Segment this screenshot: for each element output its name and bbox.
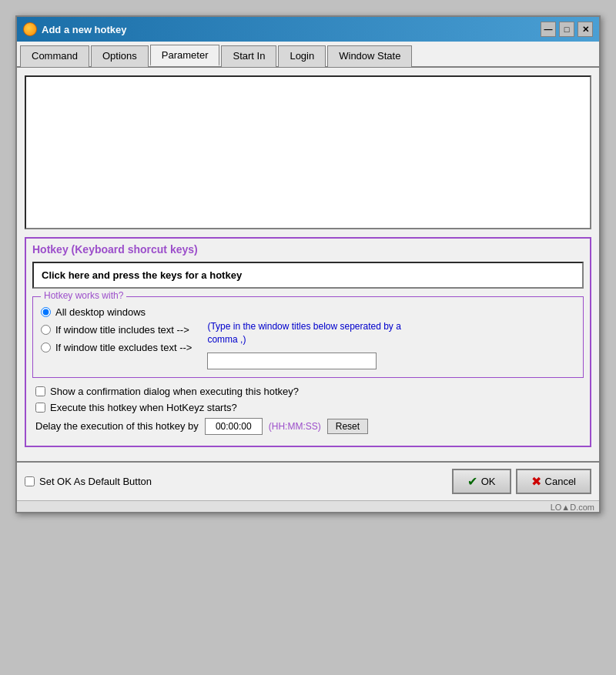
minimize-button[interactable]: — <box>541 22 556 37</box>
radio-excludes-text-input[interactable] <box>41 343 51 353</box>
execute-on-start-label: Execute this hotkey when HotKeyz starts? <box>50 402 237 413</box>
hotkey-section-title: Hotkey (Keyboard shorcut keys) <box>32 243 584 256</box>
radio-excludes-text: If window title excludes text --> <box>41 342 192 353</box>
title-controls: — □ ✕ <box>541 22 593 37</box>
hotkey-works-with-group: Hotkey works with? All desktop windows I… <box>32 296 584 378</box>
delay-input[interactable] <box>205 418 263 435</box>
add-hotkey-window: Add a new hotkey — □ ✕ Command Options P… <box>15 15 601 513</box>
radio-all-desktop: All desktop windows <box>41 306 192 318</box>
radio-includes-text-label: If window title includes text --> <box>55 324 189 336</box>
title-bar: Add a new hotkey — □ ✕ <box>17 17 599 42</box>
delay-label: Delay the execution of this hotkey by <box>35 420 199 432</box>
default-check-label: Set OK As Default Button <box>39 476 152 487</box>
tab-windowstate[interactable]: Window State <box>327 45 412 67</box>
reset-button[interactable]: Reset <box>327 419 368 434</box>
radio-all-desktop-input[interactable] <box>41 307 51 317</box>
delay-row: Delay the execution of this hotkey by (H… <box>32 418 584 435</box>
window-title: Add a new hotkey <box>42 24 127 35</box>
radio-all-desktop-label: All desktop windows <box>55 306 146 318</box>
cancel-label: Cancel <box>545 476 576 487</box>
close-button[interactable]: ✕ <box>578 22 593 37</box>
tab-parameter[interactable]: Parameter <box>150 45 220 66</box>
cancel-button[interactable]: ✖ Cancel <box>516 469 591 494</box>
tab-content: Hotkey (Keyboard shorcut keys) Click her… <box>17 68 599 461</box>
hotkey-section: Hotkey (Keyboard shorcut keys) Click her… <box>25 237 591 447</box>
title-bar-left: Add a new hotkey <box>23 22 127 36</box>
radio-includes-text: If window title includes text --> <box>41 324 192 336</box>
delay-hint: (HH:MM:SS) <box>269 421 321 432</box>
confirmation-checkbox-row: Show a confirmation dialog when executin… <box>32 386 584 397</box>
app-icon <box>23 22 37 36</box>
right-side: (Type in the window titles below seperat… <box>207 320 407 369</box>
hotkey-clickbox[interactable]: Click here and press the keys for a hotk… <box>32 262 584 289</box>
execute-on-start-checkbox-row: Execute this hotkey when HotKeyz starts? <box>32 402 584 413</box>
group-inner: All desktop windows If window title incl… <box>41 306 575 369</box>
confirmation-label: Show a confirmation dialog when executin… <box>50 386 299 397</box>
confirmation-checkbox[interactable] <box>35 386 45 396</box>
watermark: LO▲D.com <box>17 500 599 512</box>
tab-command[interactable]: Command <box>20 45 89 67</box>
tab-bar: Command Options Parameter Start In Login… <box>17 42 599 68</box>
tab-startin[interactable]: Start In <box>221 45 276 67</box>
tab-login[interactable]: Login <box>278 45 326 67</box>
radio-excludes-text-label: If window title excludes text --> <box>55 342 192 353</box>
parameter-textarea[interactable] <box>26 77 590 228</box>
execute-on-start-checkbox[interactable] <box>35 403 45 413</box>
ok-label: OK <box>481 476 496 487</box>
radio-group: All desktop windows If window title incl… <box>41 306 192 353</box>
group-legend: Hotkey works with? <box>41 290 126 301</box>
tab-options[interactable]: Options <box>91 45 149 67</box>
x-icon: ✖ <box>531 474 541 489</box>
parameter-textarea-wrap <box>25 75 591 229</box>
ok-button[interactable]: ✔ OK <box>452 469 511 494</box>
default-check-checkbox[interactable] <box>25 476 35 486</box>
default-check-row: Set OK As Default Button <box>25 476 152 487</box>
bottom-bar: Set OK As Default Button ✔ OK ✖ Cancel <box>17 461 599 500</box>
hint-text: (Type in the window titles below seperat… <box>207 320 407 346</box>
bottom-buttons: ✔ OK ✖ Cancel <box>452 469 591 494</box>
window-title-input[interactable] <box>207 353 377 369</box>
radio-includes-text-input[interactable] <box>41 325 51 335</box>
check-icon: ✔ <box>467 474 477 489</box>
maximize-button[interactable]: □ <box>559 22 574 37</box>
